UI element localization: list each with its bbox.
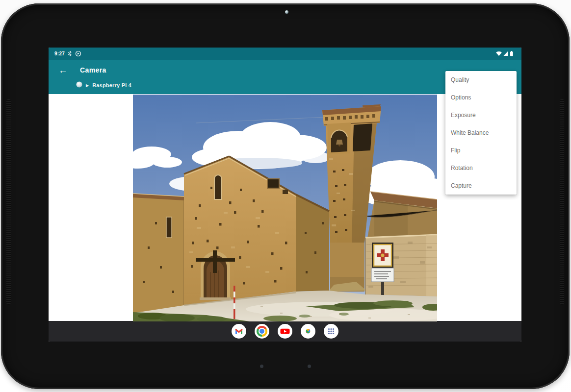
status-right-icons (496, 50, 516, 57)
dock (49, 321, 521, 342)
menu-item-capture[interactable]: Capture (445, 177, 517, 195)
tablet-screen: 9:27 ← Camera ▶ Raspb (49, 48, 521, 342)
back-button[interactable]: ← (58, 64, 68, 77)
square-window (267, 179, 279, 188)
overflow-menu: Quality Options Exposure White Balance F… (445, 71, 517, 195)
wifi-icon (496, 51, 502, 56)
connected-device-name: Raspberry Pi 4 (92, 82, 131, 88)
content-area: Quality Options Exposure White Balance F… (49, 94, 521, 321)
survey-pole (234, 286, 235, 319)
clock: 9:27 (54, 51, 65, 56)
menu-item-rotation[interactable]: Rotation (445, 159, 517, 177)
right-speaker-grille (560, 99, 564, 305)
left-speaker-grille (6, 99, 11, 305)
menu-item-quality[interactable]: Quality (445, 71, 517, 89)
youtube-icon[interactable] (278, 324, 292, 339)
bottom-sensor-dot (308, 365, 311, 368)
battery-icon (510, 51, 513, 56)
notification-icon (75, 50, 81, 57)
expander-icon[interactable]: ▶ (86, 83, 89, 88)
menu-item-white-balance[interactable]: White Balance (445, 124, 517, 142)
status-bar: 9:27 (49, 48, 521, 60)
menu-item-exposure[interactable]: Exposure (445, 106, 517, 124)
app-drawer-icon[interactable] (324, 324, 338, 339)
side-bell-opening (353, 123, 372, 151)
bell (336, 140, 343, 145)
device-sphere-icon (76, 81, 82, 90)
camera-preview-photo (133, 95, 437, 321)
nave-building (363, 192, 437, 238)
breadcrumb[interactable]: ▶ Raspberry Pi 4 (76, 81, 131, 90)
menu-item-options[interactable]: Options (445, 89, 517, 106)
left-wing (133, 194, 184, 313)
slit-window (214, 175, 222, 199)
bottom-sensor-dot (260, 365, 263, 368)
slit-window (166, 217, 172, 238)
cell-signal-icon (504, 51, 508, 56)
google-photos-icon[interactable] (301, 324, 315, 339)
front-camera-dot (285, 10, 288, 14)
chrome-icon[interactable] (255, 324, 269, 339)
gmail-icon[interactable] (232, 324, 246, 339)
menu-item-flip[interactable]: Flip (445, 142, 517, 159)
bluetooth-icon (68, 50, 72, 57)
page-title: Camera (80, 66, 106, 74)
